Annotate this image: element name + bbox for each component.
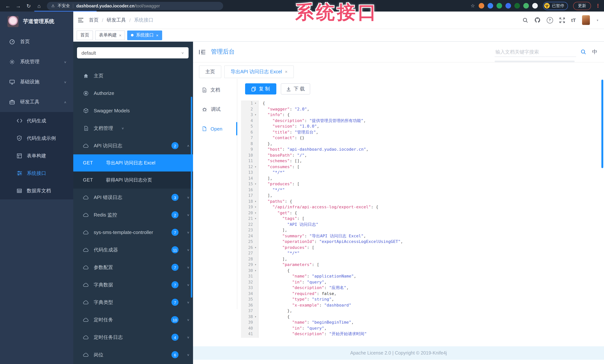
browser-menu-icon[interactable]: ⋮ <box>595 3 600 9</box>
doc-search-input[interactable] <box>495 47 576 57</box>
doc-nav-文档[interactable]: 文档 <box>193 82 237 98</box>
token: , <box>401 239 403 244</box>
tag-表单构建[interactable]: 表单构建× <box>95 30 125 40</box>
update-button[interactable]: 更新 <box>573 2 591 10</box>
api-operation-获得API 访问日志分页[interactable]: GET获得API 访问日志分页 <box>73 172 193 188</box>
code-content: "tags": [ <box>258 216 304 222</box>
copy-button[interactable]: 复 制 <box>245 83 276 94</box>
reload-icon[interactable]: ↻ <box>25 3 33 9</box>
help-icon[interactable]: ? <box>547 17 553 23</box>
api-operation-导出API 访问日志 Excel[interactable]: GET导出API 访问日志 Excel <box>73 154 193 172</box>
fold-icon[interactable]: ▾ <box>253 164 258 170</box>
token <box>263 130 272 135</box>
bookmark-star-icon[interactable]: ☆ <box>471 3 475 9</box>
main-scrollbar[interactable] <box>601 80 603 168</box>
api-group-参数配置[interactable]: 参数配置7∨ <box>73 259 193 276</box>
fold-icon[interactable]: ▾ <box>253 204 258 210</box>
sidebar-scrollbar[interactable] <box>191 97 192 298</box>
collapse-sidebar-icon[interactable] <box>199 49 206 54</box>
ext-green-circle[interactable] <box>497 3 502 9</box>
token: "basePath" <box>268 153 292 158</box>
user-menu-caret-icon[interactable]: ▼ <box>596 19 599 21</box>
fold-icon[interactable]: ▾ <box>253 112 258 118</box>
ext-green-leaf[interactable] <box>523 3 529 9</box>
fold-icon[interactable]: ▾ <box>253 245 258 250</box>
token <box>263 245 282 250</box>
fold-icon[interactable]: ▾ <box>253 210 258 216</box>
github-icon[interactable] <box>534 17 541 23</box>
doc-search-icon[interactable] <box>580 49 586 55</box>
close-tab-icon[interactable]: × <box>285 69 288 75</box>
fold-icon[interactable]: ▾ <box>253 100 258 106</box>
cloud-icon <box>83 213 89 217</box>
back-icon[interactable]: ← <box>4 3 12 9</box>
api-group-label: 定时任务日志 <box>94 334 123 340</box>
user-avatar[interactable] <box>582 15 590 25</box>
ext-orange[interactable] <box>479 3 484 9</box>
ext-blue-grid[interactable] <box>505 3 511 9</box>
doc-nav-调试[interactable]: 调试 <box>193 101 237 118</box>
api-group-API 访问日志[interactable]: API 访问日志2∧ <box>73 137 193 154</box>
doc-tab-label: 导出API 访问日志 Excel <box>231 68 282 75</box>
download-button[interactable]: 下 载 <box>281 83 310 94</box>
home-icon[interactable]: ⌂ <box>35 3 43 9</box>
ext-white-puzzle[interactable] <box>532 3 538 9</box>
language-switch-icon[interactable]: 中 <box>592 49 597 55</box>
breadcrumb-item[interactable]: 研发工具 <box>107 17 126 24</box>
api-group-Redis 监控[interactable]: Redis 监控2∨ <box>73 206 193 224</box>
token: , <box>324 326 327 330</box>
tag-首页[interactable]: 首页 <box>77 30 93 40</box>
api-group-API 错误日志[interactable]: API 错误日志3∨ <box>73 188 193 206</box>
extension-icons <box>479 3 538 9</box>
fold-icon[interactable]: ▾ <box>253 181 258 187</box>
search-icon[interactable] <box>523 17 528 23</box>
doc-tab-导出API 访问日志 Excel[interactable]: 导出API 访问日志 Excel× <box>224 65 294 78</box>
address-bar[interactable]: ⚠ 不安全 dashboard.yudao.iocoder.cn/tool/sw… <box>47 2 223 10</box>
fold-icon[interactable]: ▾ <box>253 262 258 268</box>
app-logo-row[interactable]: 芋道管理系统 <box>0 12 73 32</box>
api-group-文档管理[interactable]: 文档管理∨ <box>73 119 193 137</box>
api-group-Authorize[interactable]: Authorize <box>73 85 193 102</box>
sidebar-item-基础设施[interactable]: 基础设施∨ <box>0 72 73 92</box>
sidebar-item-数据库文档[interactable]: 数据库文档 <box>0 182 73 199</box>
sidebar-item-系统管理[interactable]: 系统管理∨ <box>0 52 73 72</box>
close-tag-icon[interactable]: × <box>156 33 158 38</box>
font-size-icon[interactable]: tT <box>571 17 576 23</box>
api-group-主页[interactable]: 主页 <box>73 67 193 85</box>
ext-dark-green-box[interactable] <box>514 3 520 9</box>
json-editor[interactable]: 1▾{2 "swagger": "2.0",3▾ "info": {4 "des… <box>241 100 601 338</box>
doc-nav-Open[interactable]: Open <box>193 121 237 137</box>
breadcrumb-item[interactable]: 首页 <box>89 17 99 24</box>
tag-系统接口[interactable]: 系统接口× <box>127 30 162 40</box>
api-group-sys-sms-template-controller[interactable]: sys-sms-template-controller7∨ <box>73 224 193 241</box>
fold-icon[interactable]: ▾ <box>253 314 258 320</box>
api-group-岗位[interactable]: 岗位6∨ <box>73 346 193 364</box>
paused-extension-badge[interactable]: 已暂停 <box>543 2 568 10</box>
sidebar-item-系统接口[interactable]: 系统接口 <box>0 164 73 182</box>
hamburger-icon[interactable] <box>78 17 84 23</box>
doc-tab-主页[interactable]: 主页 <box>199 65 221 78</box>
sidebar-item-首页[interactable]: 首页 <box>0 32 73 52</box>
code-content: ], <box>258 193 272 199</box>
api-group-定时任务[interactable]: 定时任务10∨ <box>73 311 193 328</box>
close-tag-icon[interactable]: × <box>119 33 121 38</box>
api-group-Swagger Models[interactable]: Swagger Models <box>73 102 193 119</box>
fold-icon[interactable]: ▾ <box>253 216 258 222</box>
api-group-字典数据[interactable]: 字典数据7∨ <box>73 276 193 293</box>
api-group-代码生成器[interactable]: 代码生成器11∨ <box>73 241 193 259</box>
sidebar-item-代码生成[interactable]: 代码生成 <box>0 112 73 129</box>
code-content: "name": "applicationName", <box>258 273 356 279</box>
fold-icon[interactable]: ▾ <box>253 199 258 204</box>
sidebar-item-研发工具[interactable]: 研发工具∧ <box>0 92 73 112</box>
ext-blue-drop[interactable] <box>488 3 493 9</box>
fold-icon[interactable]: ▾ <box>253 268 258 273</box>
api-group-字典类型[interactable]: 字典类型7∨ <box>73 293 193 311</box>
token: "/" <box>297 153 304 158</box>
api-group-定时任务日志[interactable]: 定时任务日志4∨ <box>73 328 193 346</box>
forward-icon[interactable]: → <box>14 3 22 9</box>
sidebar-item-代码生成示例[interactable]: 代码生成示例 <box>0 129 73 147</box>
api-group-select[interactable]: default ∨ <box>77 47 189 58</box>
security-label: 不安全 <box>58 3 70 9</box>
sidebar-item-表单构建[interactable]: 表单构建 <box>0 147 73 164</box>
fullscreen-icon[interactable] <box>559 17 565 23</box>
